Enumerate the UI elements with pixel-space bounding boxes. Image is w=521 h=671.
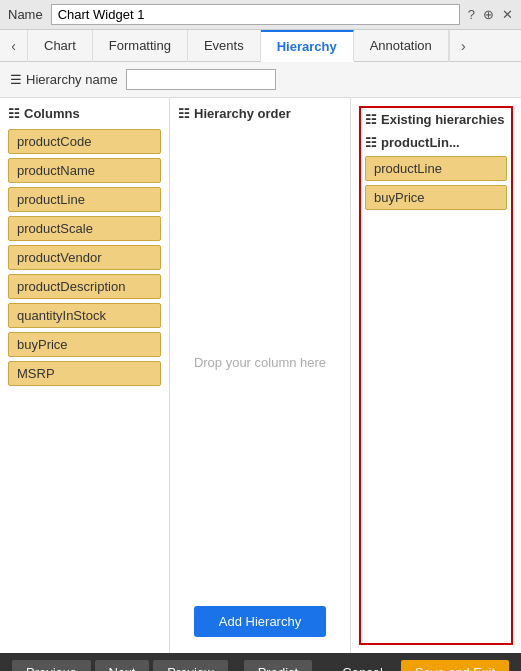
- hierarchy-icon: ☰: [10, 72, 22, 87]
- bottom-bar: Previous Next Preview Predict Cancel Sav…: [0, 653, 521, 671]
- move-icon[interactable]: ⊕: [483, 7, 494, 22]
- tabs-left-arrow[interactable]: ‹: [0, 30, 28, 62]
- existing-hierarchy-item[interactable]: productLine: [365, 156, 507, 181]
- cancel-button[interactable]: Cancel: [328, 660, 396, 672]
- tab-hierarchy[interactable]: Hierarchy: [261, 30, 354, 62]
- widget-name-input[interactable]: [51, 4, 460, 25]
- existing-hierarchies-panel: ☷ Existing hierarchies ☷ productLin... p…: [351, 98, 521, 653]
- tabs-right-arrow[interactable]: ›: [449, 30, 477, 62]
- tab-chart[interactable]: Chart: [28, 30, 93, 62]
- tabs-bar: ‹ Chart Formatting Events Hierarchy Anno…: [0, 30, 521, 62]
- list-item[interactable]: quantityInStock: [8, 303, 161, 328]
- list-item[interactable]: MSRP: [8, 361, 161, 386]
- next-button[interactable]: Next: [95, 660, 150, 672]
- list-item[interactable]: buyPrice: [8, 332, 161, 357]
- hierarchy-group-label[interactable]: ☷ productLin...: [365, 135, 507, 150]
- hierarchy-name-input[interactable]: [126, 69, 276, 90]
- main-content: ☷ Columns productCode productName produc…: [0, 98, 521, 653]
- list-item[interactable]: productName: [8, 158, 161, 183]
- name-label: Name: [8, 7, 43, 22]
- list-item[interactable]: productDescription: [8, 274, 161, 299]
- hierarchy-order-icon: ☷: [178, 106, 190, 121]
- help-icon[interactable]: ?: [468, 7, 475, 22]
- list-item[interactable]: productVendor: [8, 245, 161, 270]
- list-item[interactable]: productLine: [8, 187, 161, 212]
- columns-icon: ☷: [8, 106, 20, 121]
- hierarchy-order-panel: ☷ Hierarchy order Drop your column here …: [170, 98, 351, 653]
- title-bar-icons: ? ⊕ ✕: [468, 7, 513, 22]
- drop-zone[interactable]: Drop your column here: [178, 129, 342, 598]
- bottom-left-buttons: Previous Next Preview: [12, 660, 228, 672]
- save-and-exit-button[interactable]: Save and Exit: [401, 660, 509, 672]
- existing-hierarchies-header: ☷ Existing hierarchies: [365, 112, 507, 127]
- columns-panel-header: ☷ Columns: [8, 106, 161, 121]
- bottom-right-buttons: Cancel Save and Exit: [328, 660, 509, 672]
- add-hierarchy-button[interactable]: Add Hierarchy: [194, 606, 325, 637]
- title-bar: Name ? ⊕ ✕: [0, 0, 521, 30]
- tab-formatting[interactable]: Formatting: [93, 30, 188, 62]
- predict-button[interactable]: Predict: [244, 660, 312, 672]
- existing-hierarchy-item[interactable]: buyPrice: [365, 185, 507, 210]
- tab-annotation[interactable]: Annotation: [354, 30, 449, 62]
- list-item[interactable]: productCode: [8, 129, 161, 154]
- existing-hierarchies-icon: ☷: [365, 112, 377, 127]
- list-item[interactable]: productScale: [8, 216, 161, 241]
- preview-button[interactable]: Preview: [153, 660, 227, 672]
- group-icon: ☷: [365, 135, 377, 150]
- hierarchy-order-header: ☷ Hierarchy order: [178, 106, 342, 121]
- previous-button[interactable]: Previous: [12, 660, 91, 672]
- hierarchy-name-bar: ☰ Hierarchy name: [0, 62, 521, 98]
- columns-panel: ☷ Columns productCode productName produc…: [0, 98, 170, 653]
- close-icon[interactable]: ✕: [502, 7, 513, 22]
- existing-panel-border: ☷ Existing hierarchies ☷ productLin... p…: [359, 106, 513, 645]
- hierarchy-name-label: ☰ Hierarchy name: [10, 72, 118, 87]
- tab-events[interactable]: Events: [188, 30, 261, 62]
